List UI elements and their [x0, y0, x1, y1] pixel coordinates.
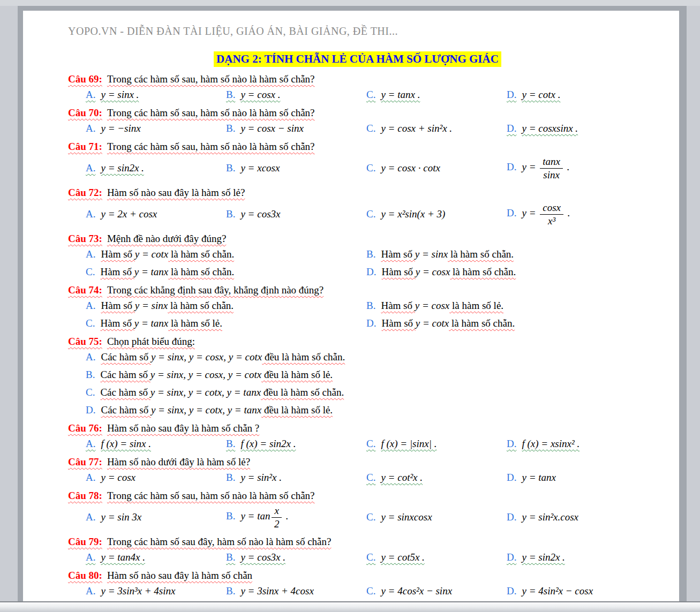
question-text: Trong các hàm số sau, hàm số nào là hàm … — [107, 490, 315, 501]
viewer-top-edge — [0, 0, 700, 6]
option-letter: D. — [366, 318, 376, 329]
option-text-post: là hàm số chẵn. — [168, 300, 234, 311]
option-text-pre: Hàm số — [101, 248, 134, 260]
option-letter: A. — [86, 248, 95, 260]
option-letter: A. — [86, 123, 95, 134]
option: A.y = −sinx — [86, 122, 226, 134]
option-letter: B. — [226, 585, 235, 596]
option-formula: y = cotx — [416, 318, 449, 329]
options-row: A.y = sin 3xB.y = tanx2 .C.y = sinxcosxD… — [68, 505, 647, 530]
option: C.Hàm số y = tanx là hàm số lẻ. — [86, 317, 366, 329]
option-formula: y = cotx — [135, 248, 168, 260]
option-text-post: là hàm số chẵn. — [168, 248, 234, 260]
option-letter: A. — [86, 300, 95, 311]
formula-text: y = tan — [240, 510, 270, 522]
option: A.y = sinx . — [86, 88, 226, 101]
options-row: C.Hàm số y = tanx là hàm số lẻ.D.Hàm số … — [68, 317, 647, 329]
watermark-header: YOPO.VN - DIỄN ĐÀN TÀI LIỆU, GIÁO ÁN, BÀ… — [68, 25, 647, 37]
option: B.y = xcosx — [226, 162, 366, 174]
option: D.y = tanx — [507, 471, 647, 483]
option-text-post: đều là hàm số lẻ. — [261, 404, 333, 415]
option: A.y = tan4x . — [86, 551, 226, 563]
option: C.y = 4cos²x − sinx — [366, 585, 507, 597]
question-text: Trong các hàm số sau đây, hàm số nào là … — [107, 536, 332, 547]
question-text: Chọn phát biểu đúng: — [107, 336, 195, 347]
option: C.y = cot²x . — [366, 471, 507, 483]
option-letter: A. — [86, 551, 95, 563]
option: C.y = cot5x . — [366, 551, 507, 563]
option-letter: C. — [86, 266, 95, 277]
option-letter: A. — [86, 511, 95, 523]
option-letter: A. — [86, 351, 95, 362]
option-letter: B. — [226, 510, 235, 522]
option-formula: y = sinx, y = cotx, y = tanx — [151, 404, 261, 415]
option-text-pre: Các hàm số — [101, 404, 150, 415]
option-text-post: đều là hàm số chẵn. — [262, 351, 345, 362]
option-letter: A. — [86, 162, 95, 173]
option-formula: y = tanx — [522, 472, 555, 483]
question-number: Câu 69: — [68, 73, 102, 85]
option: B.y = tanx2 . — [226, 505, 366, 530]
question-heading: Câu 69:Trong các hàm số sau, hàm số nào … — [68, 73, 647, 85]
option-formula: y = cosxsinx . — [522, 123, 578, 134]
question-number: Câu 74: — [68, 284, 102, 296]
option: A.y = 3sin³x + 4sinx — [86, 585, 226, 597]
option-letter: C. — [366, 438, 375, 449]
option-text-pre: Các hàm số — [100, 387, 150, 398]
option-letter: B. — [226, 438, 235, 449]
option: A.y = 2x + cosx — [86, 208, 226, 220]
option-formula: y = cosx + sin²x . — [381, 123, 452, 134]
option: B.Các hàm số y = sinx, y = cosx, y = cot… — [86, 368, 647, 381]
option-formula: y = cosxx³ . — [522, 207, 570, 218]
formula-text: y = — [522, 161, 538, 172]
option: D.y = cosxx³ . — [507, 202, 647, 226]
question-text: Trong các hàm số sau, hàm số nào là hàm … — [107, 107, 315, 118]
question-text: Mệnh đề nào dưới đây đúng? — [107, 233, 226, 244]
option-letter: B. — [226, 123, 235, 134]
question-heading: Câu 73:Mệnh đề nào dưới đây đúng? — [68, 232, 647, 245]
option: B.y = sin²x . — [226, 471, 366, 483]
option-formula: y = cot5x . — [381, 551, 424, 563]
option-formula: y = sin²x . — [240, 472, 282, 483]
option-formula: f (x) = sin2x . — [240, 438, 296, 449]
option: D.Hàm số y = cotx là hàm số chẵn. — [366, 317, 647, 329]
option-formula: y = sinx, y = cosx, y = cotx — [150, 369, 261, 380]
option: D.f (x) = xsinx² . — [507, 437, 647, 450]
formula-text: y = — [522, 207, 538, 218]
question-heading: Câu 70:Trong các hàm số sau, hàm số nào … — [68, 107, 647, 119]
question-number: Câu 70: — [68, 107, 102, 118]
option: A.f (x) = sinx . — [86, 437, 226, 450]
option: C.Hàm số y = tanx là hàm số chẵn. — [86, 266, 366, 278]
option-formula: f (x) = sinx . — [101, 438, 151, 449]
options-row: A.f (x) = sinx .B.f (x) = sin2x .C.f (x)… — [68, 437, 647, 450]
option: B.y = cosx . — [226, 88, 366, 101]
option-letter: C. — [366, 585, 375, 596]
fraction: tanxsinx — [540, 156, 563, 180]
fraction-denominator: x³ — [540, 215, 563, 226]
question-heading: Câu 74:Trong các khẳng định sau đây, khẳ… — [68, 284, 647, 296]
fraction: x2 — [272, 505, 281, 530]
option-letter: A. — [86, 585, 95, 596]
question-text: Hàm số nào sau đây là hàm số chẵn ? — [107, 422, 259, 434]
option-text-pre: Hàm số — [100, 266, 134, 277]
option-formula: y = cosx — [415, 300, 450, 311]
option-letter: D. — [86, 404, 95, 415]
option-letter: C. — [86, 387, 95, 398]
option-letter: B. — [226, 551, 235, 563]
question-text: Trong các hàm số sau, hàm số nào là hàm … — [107, 141, 315, 152]
question-text: Trong các hàm số sau, hàm số nào là hàm … — [107, 73, 315, 85]
option-text-post: là hàm số lẻ. — [449, 300, 503, 311]
option-formula: y = 3sin³x + 4sinx — [101, 585, 175, 596]
question-text: Trong các khẳng định sau đây, khẳng định… — [107, 284, 323, 296]
options-row: A.y = 2x + cosxB.y = cos3xC.y = x²sin(x … — [68, 202, 647, 226]
option-formula: y = cotx . — [522, 89, 560, 100]
window-bottom-bar — [0, 601, 700, 612]
option-text-pre: Hàm số — [101, 300, 134, 311]
option-letter: D. — [507, 207, 516, 218]
option: B.y = cos3x — [226, 208, 366, 220]
option-letter: D. — [507, 551, 516, 563]
options-row: D.Các hàm số y = sinx, y = cotx, y = tan… — [68, 404, 647, 416]
option-text-post: là hàm số chẵn. — [448, 248, 514, 260]
option-letter: D. — [507, 438, 516, 449]
option: A.Các hàm số y = sinx, y = cosx, y = cot… — [86, 351, 647, 363]
